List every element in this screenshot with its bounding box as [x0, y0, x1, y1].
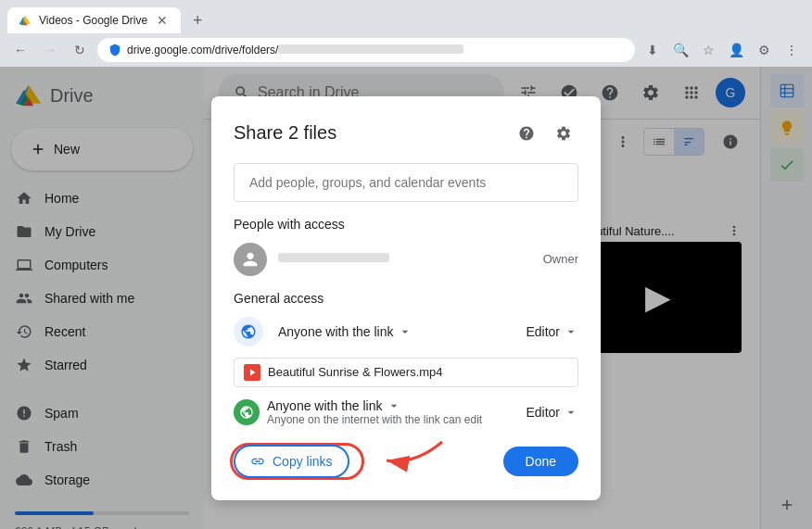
active-tab[interactable]: Videos - Google Drive ✕: [7, 7, 181, 33]
general-access-label: General access: [234, 291, 578, 306]
role-chevron-icon: [564, 324, 578, 339]
secure-icon: [108, 44, 121, 57]
file2-description: Anyone on the internet with the link can…: [267, 413, 518, 426]
access-select-label: Anyone with the link: [278, 324, 394, 339]
file-badge: Beautiful Sunrise & Flowers.mp4: [234, 358, 578, 387]
reload-button[interactable]: ↻: [67, 37, 93, 63]
arrow-annotation: [377, 437, 451, 487]
copy-links-button[interactable]: Copy links: [234, 445, 349, 478]
modal-header-actions: [512, 119, 578, 148]
bookmark-icon[interactable]: ☆: [695, 37, 721, 63]
access-select[interactable]: Anyone with the link: [271, 321, 420, 343]
profile-icon[interactable]: 👤: [723, 37, 749, 63]
address-bar[interactable]: drive.google.com/drive/folders/: [96, 37, 636, 63]
file-badge-icon: [244, 364, 260, 381]
access-chevron-icon: [398, 324, 412, 339]
file2-chevron-icon[interactable]: [387, 398, 401, 413]
extension-icon[interactable]: ⚙: [751, 37, 777, 63]
person-role: Owner: [543, 252, 578, 266]
globe-icon: [234, 317, 263, 346]
file2-role-select[interactable]: Editor: [526, 405, 578, 420]
person-info: [278, 253, 532, 266]
people-with-access-label: People with access: [234, 217, 578, 232]
file2-globe-icon: [234, 399, 260, 425]
back-button[interactable]: ←: [7, 37, 33, 63]
general-role-select[interactable]: Editor: [526, 324, 578, 339]
modal-footer: Copy links Done: [234, 445, 578, 478]
menu-icon[interactable]: ⋮: [779, 37, 805, 63]
file-badge-name: Beautiful Sunrise & Flowers.mp4: [268, 365, 443, 379]
zoom-icon[interactable]: 🔍: [667, 37, 693, 63]
modal-title: Share 2 files: [234, 122, 336, 144]
modal-overlay: Share 2 files People with access: [0, 67, 812, 529]
tab-close-icon[interactable]: ✕: [155, 13, 170, 28]
nav-bar: ← → ↻ drive.google.com/drive/folders/ ⬇ …: [0, 33, 812, 67]
settings-modal-button[interactable]: [549, 119, 578, 148]
settings-modal-icon: [555, 125, 572, 142]
new-tab-button[interactable]: +: [184, 7, 210, 33]
copy-links-label: Copy links: [273, 454, 333, 469]
file2-name-row: Anyone with the link: [267, 398, 518, 413]
help-button[interactable]: [512, 119, 541, 148]
url-text: drive.google.com/drive/folders/: [127, 44, 624, 57]
link-icon: [250, 454, 265, 469]
file2-role-label: Editor: [526, 405, 560, 420]
modal-header: Share 2 files: [234, 119, 578, 148]
drive-favicon-icon: [19, 14, 32, 27]
download-icon[interactable]: ⬇: [640, 37, 666, 63]
browser-chrome: Videos - Google Drive ✕ + ← → ↻ drive.go…: [0, 0, 812, 67]
tab-bar: Videos - Google Drive ✕ +: [0, 0, 812, 33]
file-row2: Anyone with the link Anyone on the inter…: [234, 398, 578, 426]
help-icon: [518, 125, 535, 142]
people-with-access-section: People with access Owner: [234, 217, 578, 276]
share-modal: Share 2 files People with access: [211, 96, 601, 500]
tab-title: Videos - Google Drive: [39, 14, 147, 27]
file2-info: Anyone with the link Anyone on the inter…: [267, 398, 518, 426]
file2-access-label: Anyone with the link: [267, 398, 383, 413]
person-name-blurred: [278, 253, 389, 262]
done-button[interactable]: Done: [503, 447, 578, 476]
file2-role-chevron-icon: [564, 405, 578, 420]
people-input[interactable]: [234, 163, 578, 202]
general-role-label: Editor: [526, 324, 560, 339]
general-access-row: Anyone with the link Editor: [234, 317, 578, 346]
forward-button[interactable]: →: [37, 37, 63, 63]
person-avatar: [234, 243, 267, 276]
general-access-section: General access Anyone with the link Edit…: [234, 291, 578, 426]
people-row: Owner: [234, 243, 578, 276]
